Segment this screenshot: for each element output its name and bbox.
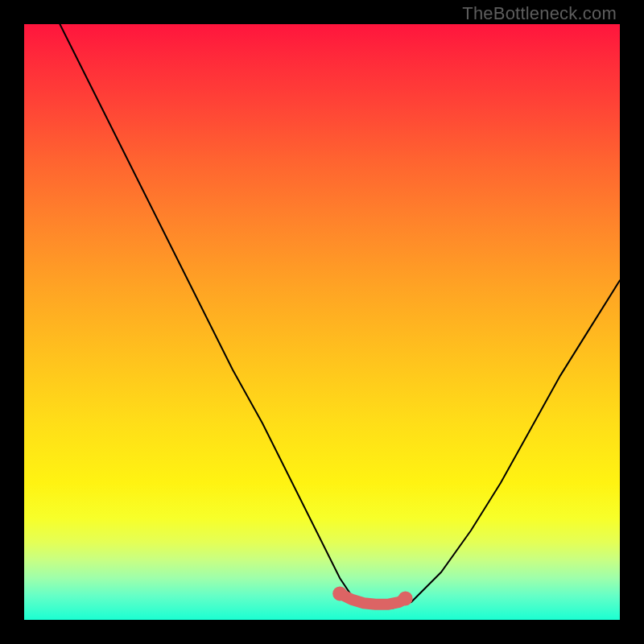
bottleneck-curve-line	[60, 24, 620, 608]
attribution-text: TheBottleneck.com	[462, 3, 617, 24]
optimal-range-end-dot	[332, 586, 347, 601]
optimal-range-end-dot	[398, 591, 413, 605]
chart-plot-area	[24, 24, 620, 620]
optimal-range-marker	[340, 593, 405, 604]
chart-svg	[24, 24, 620, 620]
